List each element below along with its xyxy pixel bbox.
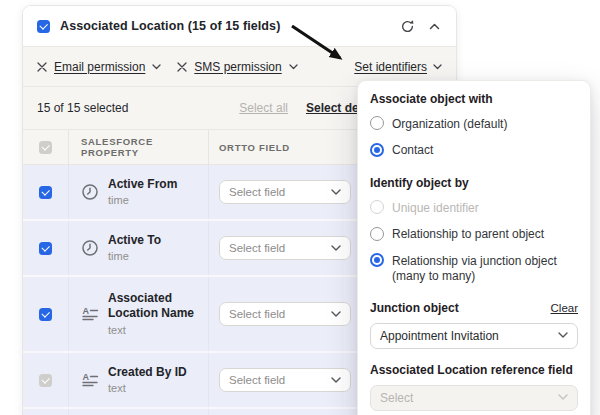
radio-icon xyxy=(370,253,384,267)
svg-text:A: A xyxy=(83,306,90,316)
ortto-field-select[interactable]: Select field xyxy=(219,368,351,392)
screenshot-root: Associated Location (15 of 15 fields) Em… xyxy=(0,0,600,415)
radio-icon xyxy=(370,227,384,241)
reference-field-placeholder: Select xyxy=(380,391,413,405)
filter-chip-sms-permission[interactable]: SMS permission xyxy=(177,60,297,74)
identify-object-options: Unique identifierRelationship to parent … xyxy=(370,200,578,284)
row-checkbox[interactable] xyxy=(39,308,52,321)
set-identifiers-link[interactable]: Set identifiers xyxy=(354,60,442,74)
radio-icon xyxy=(370,143,384,157)
property-type: text xyxy=(108,323,200,337)
radio-option-organization-default[interactable]: Organization (default) xyxy=(370,116,578,132)
junction-object-label: Junction object xyxy=(370,301,459,315)
chevron-down-icon xyxy=(433,64,442,70)
radio-option-unique-identifier: Unique identifier xyxy=(370,200,578,216)
chevron-down-icon xyxy=(558,332,568,339)
refresh-icon xyxy=(400,19,415,34)
close-icon[interactable] xyxy=(177,62,187,72)
filter-chip-email-permission[interactable]: Email permission xyxy=(37,60,161,74)
refresh-button[interactable] xyxy=(398,17,417,36)
section-title: Associated Location (15 of 15 fields) xyxy=(60,19,388,33)
clock-icon xyxy=(81,183,99,201)
property-type: text xyxy=(108,381,187,395)
radio-label: Contact xyxy=(392,143,433,159)
radio-label: Relationship via junction object (many t… xyxy=(392,253,578,284)
card-header: Associated Location (15 of 15 fields) xyxy=(23,6,456,46)
chevron-down-icon xyxy=(152,64,161,70)
property-name: Active To xyxy=(108,233,161,249)
property-name: Created By ID xyxy=(108,365,187,381)
row-checkbox xyxy=(39,374,52,387)
filter-chip-label: Email permission xyxy=(54,60,145,74)
select-all-link[interactable]: Select all xyxy=(239,101,288,115)
row-checkbox[interactable] xyxy=(39,186,52,199)
filter-chip-label: SMS permission xyxy=(194,60,281,74)
reference-field-label: Associated Location reference field xyxy=(370,363,578,377)
row-checkbox[interactable] xyxy=(39,242,52,255)
radio-icon xyxy=(370,116,384,130)
chevron-down-icon xyxy=(331,377,341,384)
ortto-field-select[interactable]: Select field xyxy=(219,236,351,260)
radio-option-relationship-via-junction-object-many-to-many[interactable]: Relationship via junction object (many t… xyxy=(370,253,578,284)
associate-object-heading: Associate object with xyxy=(370,92,578,106)
associate-object-options: Organization (default)Contact xyxy=(370,116,578,158)
close-icon[interactable] xyxy=(37,62,47,72)
reference-field-select[interactable]: Select xyxy=(370,385,578,411)
chevron-down-icon xyxy=(289,64,298,70)
junction-object-select[interactable]: Appointment Invitation xyxy=(370,323,578,349)
identify-object-heading: Identify object by xyxy=(370,176,578,190)
ortto-field-select[interactable]: Select field xyxy=(219,302,351,326)
chevron-down-icon xyxy=(331,311,341,318)
set-identifiers-label: Set identifiers xyxy=(354,60,427,74)
clock-icon xyxy=(81,239,99,257)
radio-icon xyxy=(370,200,384,214)
radio-option-relationship-to-parent-object[interactable]: Relationship to parent object xyxy=(370,227,578,243)
radio-label: Relationship to parent object xyxy=(392,227,544,243)
selection-status: 15 of 15 selected xyxy=(37,101,128,115)
collapse-button[interactable] xyxy=(427,21,442,32)
svg-text:A: A xyxy=(83,372,90,382)
select-all-checkbox[interactable] xyxy=(39,141,52,154)
text-field-icon: A xyxy=(81,371,99,389)
section-checkbox[interactable] xyxy=(37,20,50,33)
ortto-field-select[interactable]: Select field xyxy=(219,180,351,204)
property-type: time xyxy=(108,249,161,263)
radio-label: Organization (default) xyxy=(392,116,507,132)
chevron-down-icon xyxy=(331,189,341,196)
radio-option-contact[interactable]: Contact xyxy=(370,143,578,159)
radio-label: Unique identifier xyxy=(392,200,479,216)
chevron-up-icon xyxy=(429,23,440,30)
property-type: time xyxy=(108,193,177,207)
text-field-icon: A xyxy=(81,305,99,323)
junction-object-value: Appointment Invitation xyxy=(380,329,499,343)
property-name: Active From xyxy=(108,177,177,193)
property-name: Associated Location Name xyxy=(108,291,200,322)
clear-link[interactable]: Clear xyxy=(551,302,578,314)
chevron-down-icon xyxy=(331,245,341,252)
column-header-salesforce-property: SALESFORCE PROPERTY xyxy=(69,130,209,164)
chevron-down-icon xyxy=(558,394,568,401)
set-identifiers-popover: Associate object with Organization (defa… xyxy=(357,80,591,415)
